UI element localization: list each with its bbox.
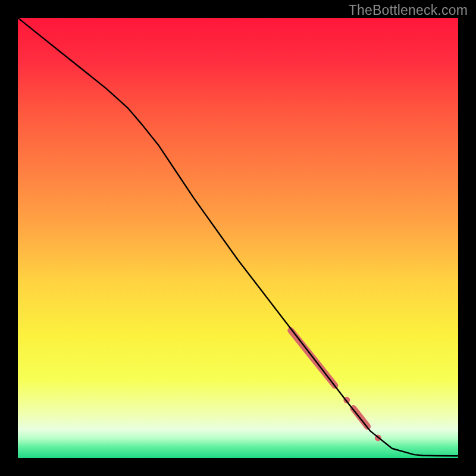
watermark-text: TheBottleneck.com bbox=[349, 2, 468, 18]
chart-frame: TheBottleneck.com bbox=[0, 0, 476, 476]
gradient-background bbox=[18, 18, 458, 458]
plot-svg bbox=[18, 18, 458, 458]
plot-area bbox=[18, 18, 458, 458]
